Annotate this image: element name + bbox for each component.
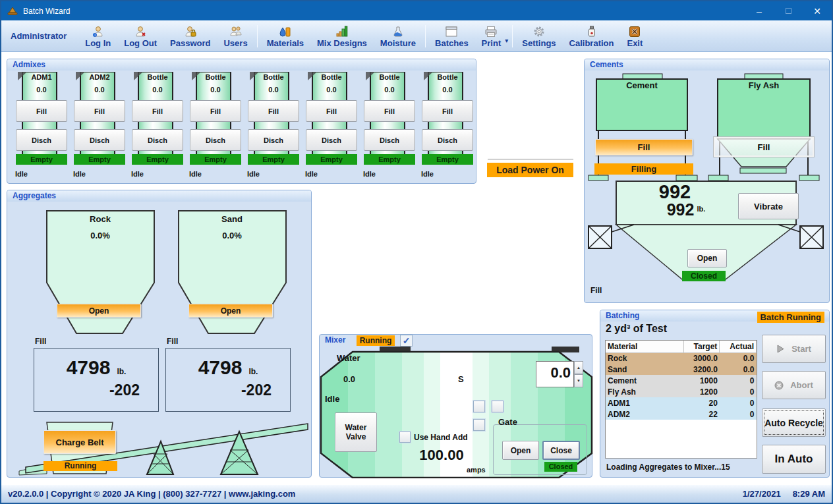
table-row[interactable]: ADM2 22 0 [606,408,757,420]
admix-disch-button[interactable]: Disch [306,129,357,151]
mixer-checkbox[interactable]: ✓ [400,335,413,347]
admix-value: 0.0 [304,86,359,94]
column-header-material[interactable]: Material [606,341,683,352]
admix-fill-button[interactable]: Fill [422,100,473,122]
toolbar-button-moisture[interactable]: Moisture [374,22,422,51]
toolbar-button-users[interactable]: Users [217,22,254,51]
toolbar-button-materials[interactable]: Materials [260,22,310,51]
exit-icon [628,24,641,38]
admix-state-label: Idle [363,170,376,178]
in-auto-button[interactable]: In Auto [762,445,826,474]
weight-unit: lb. [117,367,126,376]
toolbar-label: Password [170,38,210,48]
mixer-setpoint-display[interactable]: 0.0 [536,361,574,387]
admix-fill-button[interactable]: Fill [306,100,357,122]
admix-disch-button[interactable]: Disch [74,129,125,151]
bin-name: Rock [61,214,140,224]
table-row[interactable]: Fly Ash 1200 0 [606,386,757,397]
admix-status-badge: Empty [132,154,183,165]
mixer-checkbox-2[interactable] [492,401,503,412]
toolbar-button-log-out[interactable]: Log Out [117,22,163,51]
cements-panel: Cements [584,59,830,303]
fly-ash-fill-button[interactable]: Fill [714,137,814,157]
cell-target: 3200.0 [683,364,720,375]
charge-belt-button[interactable]: Charge Belt [43,430,116,454]
weight-remaining: -202 [34,381,158,399]
auto-recycle-button[interactable]: Auto Recycle [762,408,826,437]
admix-value: 0.0 [246,86,301,94]
aggregates-panel: Aggregates Rock 0.0% Sand 0.0% Open Open… [7,190,312,478]
sand-gate-open-button[interactable]: Open [188,304,273,318]
admix-fill-button[interactable]: Fill [248,100,299,122]
charge-belt-status: Running [43,461,117,471]
admix-disch-button[interactable]: Disch [132,129,183,151]
maximize-button[interactable] [774,1,803,20]
cement-gate-status: Closed [682,271,726,281]
water-valve-button[interactable]: Water Valve [335,412,377,452]
admix-fill-button[interactable]: Fill [74,100,125,122]
column-header-target[interactable]: Target [683,341,720,352]
close-button[interactable]: ✕ [803,1,832,20]
admix-disch-button[interactable]: Disch [248,129,299,151]
cement-gate-open-button[interactable]: Open [687,249,727,267]
rock-gate-open-button[interactable]: Open [57,304,141,318]
column-header-actual[interactable]: Actual [720,341,757,352]
toolbar-button-password[interactable]: Password [163,22,217,51]
toolbar-separator [425,25,426,47]
toolbar-button-batches[interactable]: Batches [428,22,475,51]
admix-disch-button[interactable]: Disch [16,129,67,151]
admix-fill-button[interactable]: Fill [364,100,415,122]
minimize-button[interactable]: – [745,1,774,20]
cement-silo-label: Cement [602,80,681,90]
table-row[interactable]: Sand 3200.0 0.0 [606,364,757,375]
spinner-down-icon[interactable]: ▼ [574,374,583,387]
cement-fill-button[interactable]: Fill [595,139,693,155]
admix-state-label: Idle [305,170,318,178]
load-power-status: Load Power On [487,163,573,177]
table-row[interactable]: ADM1 20 0 [606,397,757,408]
admixes-title: Admixes [7,59,476,70]
admix-disch-button[interactable]: Disch [190,129,241,151]
admix-disch-button[interactable]: Disch [364,129,415,151]
table-row[interactable]: Rock 3000.0 0.0 [606,352,757,364]
toolbar-label: Calibration [569,38,614,48]
mixer-gate-open-button[interactable]: Open [502,441,539,460]
toolbar-button-calibration[interactable]: Calibration [563,22,621,51]
print-dropdown-caret[interactable]: ▾ [505,37,508,44]
toolbar-label: Users [223,38,247,48]
admix-state-label: Idle [189,170,202,178]
use-hand-add-checkbox[interactable] [399,432,411,443]
admix-fill-button[interactable]: Fill [132,100,183,122]
toolbar-button-log-in[interactable]: i Log In [78,22,117,51]
abort-label: Abort [790,380,813,390]
admix-fill-button[interactable]: Fill [190,100,241,122]
admix-fill-button[interactable]: Fill [16,100,67,122]
toolbar-label: Log In [85,38,111,48]
vibrate-button[interactable]: Vibrate [738,193,799,219]
gear-icon [532,24,546,38]
admix-state-label: Idle [421,170,434,178]
admix-name: Bottle [304,73,359,81]
spinner-up-icon[interactable]: ▲ [574,361,583,374]
batches-icon [445,24,458,38]
mixer-checkbox-1[interactable] [473,401,485,412]
toolbar-button-mix-designs[interactable]: Mix Designs [310,22,374,51]
toolbar-button-print[interactable]: Print [475,22,508,51]
batch-status-text: Loading Aggregates to Mixer...15 [606,462,730,472]
table-row[interactable]: Cement 1000 0 [606,375,757,386]
admix-disch-button[interactable]: Disch [422,129,473,151]
cell-actual: 0.0 [720,352,757,364]
cell-actual: 0 [720,397,757,408]
toolbar-button-exit[interactable]: Exit [620,22,649,51]
mixer-checkbox-3[interactable] [473,419,485,431]
mixer-gate-close-button[interactable]: Close [542,441,580,460]
mixer-gate-status: Closed [544,462,577,472]
admix-unit: Bottle 0.0 Fill Disch Empty Idle [420,71,475,183]
cement-mode-label: Fill [590,286,602,295]
start-button[interactable]: Start [762,335,826,363]
main-area: Admixes ADM1 0.0 Fill Disch Empty Idle A… [1,52,832,484]
toolbar-button-settings[interactable]: Settings [515,22,562,51]
toolbar-label: Mix Designs [317,38,367,48]
table-header-row: Material Target Actual [606,341,757,352]
abort-button[interactable]: Abort [762,371,826,399]
